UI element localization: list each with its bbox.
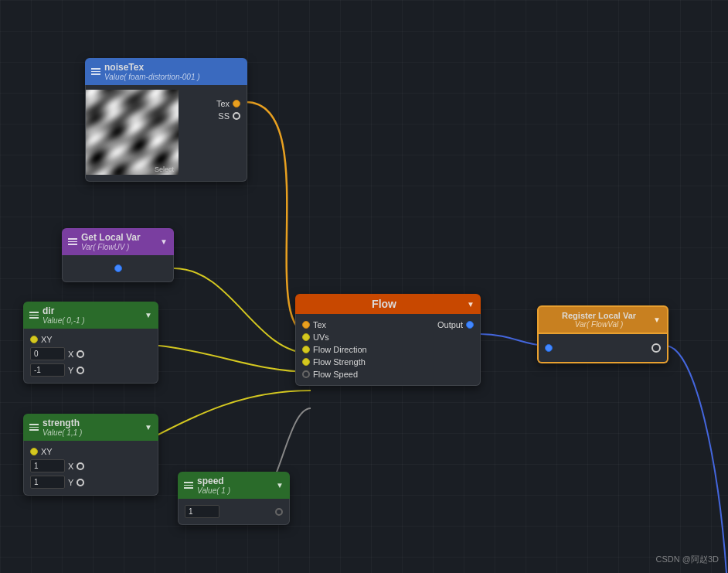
- flow-header[interactable]: Flow ▼: [295, 294, 481, 314]
- flow-speed-label: Flow Speed: [313, 370, 358, 379]
- getlocalvar-menu-icon[interactable]: [68, 238, 77, 245]
- dir-title: dir: [43, 305, 85, 316]
- noisetex-subtext: Value( foam-distortion-001 ): [104, 73, 200, 81]
- flow-dropdown-icon[interactable]: ▼: [467, 300, 475, 309]
- flow-output-pin[interactable]: [466, 321, 474, 329]
- speed-body: [178, 499, 290, 525]
- flow-speed-row: Flow Speed: [296, 368, 480, 380]
- noisetex-tex-pin[interactable]: [233, 100, 240, 107]
- register-right-pin[interactable]: [651, 343, 661, 353]
- register-pins-row: [539, 339, 667, 357]
- strength-xy-row: XY: [24, 445, 158, 458]
- flow-uvs-row: UVs: [296, 331, 480, 343]
- dir-body: XY X Y: [23, 329, 158, 384]
- dir-dropdown-icon[interactable]: ▼: [145, 311, 152, 319]
- flow-direction-label: Flow Direction: [313, 345, 367, 354]
- select-label: Select: [155, 165, 174, 173]
- noisetex-tex-label: Tex: [216, 99, 230, 108]
- flow-tex-label: Tex: [313, 320, 326, 329]
- dir-subtext: Value( 0,-1 ): [43, 316, 85, 325]
- noisetex-preview: [86, 90, 179, 175]
- register-dropdown-icon[interactable]: ▼: [653, 315, 661, 324]
- noisetex-menu-icon[interactable]: [91, 68, 100, 75]
- dir-xy-pin[interactable]: [30, 336, 38, 343]
- strength-y-row: Y: [24, 474, 158, 490]
- getlocalvar-body: [62, 255, 174, 282]
- noisetex-body: Select Tex SS: [85, 85, 247, 182]
- noisetex-ss-row: SS: [179, 110, 247, 122]
- noisetex-ss-label: SS: [218, 111, 230, 121]
- dir-xy-row: XY: [24, 333, 158, 346]
- strength-x-label: X: [68, 462, 73, 471]
- strength-x-pin[interactable]: [77, 462, 84, 470]
- flow-output-label: Output: [437, 320, 463, 329]
- register-subtext: Var( FlowVal ): [545, 320, 653, 329]
- dir-y-row: Y: [24, 362, 158, 378]
- noisetex-node: noiseTex Value( foam-distortion-001 ) Se…: [85, 58, 247, 182]
- register-body: [537, 334, 668, 363]
- dir-header[interactable]: dir Value( 0,-1 ) ▼: [23, 302, 158, 329]
- speed-menu-icon[interactable]: [184, 482, 193, 489]
- speed-dropdown-icon[interactable]: ▼: [276, 481, 284, 489]
- flow-direction-row: Flow Direction: [296, 343, 480, 356]
- speed-header[interactable]: speed Value( 1 ) ▼: [178, 472, 290, 499]
- strength-title: strength: [43, 418, 82, 428]
- speed-title: speed: [197, 476, 230, 486]
- dir-node: dir Value( 0,-1 ) ▼ XY X Y: [23, 302, 158, 384]
- dir-y-input[interactable]: [30, 363, 65, 377]
- strength-menu-icon[interactable]: [29, 424, 39, 431]
- dir-x-pin[interactable]: [77, 350, 84, 358]
- strength-dropdown-icon[interactable]: ▼: [145, 423, 152, 431]
- strength-body: XY X Y: [23, 441, 158, 496]
- strength-subtext: Value( 1,1 ): [43, 428, 82, 437]
- flow-uvs-label: UVs: [313, 333, 329, 342]
- strength-header[interactable]: strength Value( 1,1 ) ▼: [23, 414, 158, 441]
- strength-x-input[interactable]: [30, 459, 65, 472]
- flow-body: Tex Output UVs Flow Direction Flow Stren…: [295, 314, 481, 386]
- speed-output-pin[interactable]: [275, 508, 283, 516]
- flow-title: Flow: [301, 298, 467, 310]
- getlocalvar-output-pin[interactable]: [114, 264, 122, 272]
- noisetex-header[interactable]: noiseTex Value( foam-distortion-001 ): [85, 58, 247, 85]
- dir-menu-icon[interactable]: [29, 312, 39, 319]
- strength-node: strength Value( 1,1 ) ▼ XY X Y: [23, 414, 158, 496]
- dir-xy-label: XY: [41, 335, 53, 344]
- speed-subtext: Value( 1 ): [197, 486, 230, 495]
- strength-y-pin[interactable]: [77, 479, 84, 486]
- dir-x-row: X: [24, 346, 158, 362]
- getlocalvar-header[interactable]: Get Local Var Var( FlowUV ) ▼: [62, 228, 174, 255]
- noisetex-ss-pin[interactable]: [233, 112, 240, 120]
- getlocalvar-node: Get Local Var Var( FlowUV ) ▼: [62, 228, 174, 282]
- flow-strength-pin[interactable]: [302, 358, 310, 366]
- dir-x-label: X: [68, 350, 73, 359]
- flow-strength-row: Flow Strength: [296, 356, 480, 368]
- flow-node: Flow ▼ Tex Output UVs Flow Direction: [295, 294, 481, 386]
- flow-speed-pin[interactable]: [302, 370, 310, 378]
- register-left-pin[interactable]: [545, 344, 553, 352]
- strength-y-label: Y: [68, 478, 73, 487]
- getlocalvar-dropdown-icon[interactable]: ▼: [160, 237, 168, 246]
- noisetex-tex-row: Tex: [179, 97, 247, 110]
- getlocalvar-title: Get Local Var: [81, 232, 141, 243]
- watermark: CSDN @阿赵3D: [656, 554, 719, 565]
- register-title: Register Local Var: [545, 311, 653, 320]
- strength-y-input[interactable]: [30, 476, 65, 489]
- flow-strength-label: Flow Strength: [313, 357, 366, 367]
- flow-uvs-pin[interactable]: [302, 333, 310, 341]
- strength-x-row: X: [24, 458, 158, 474]
- register-header[interactable]: Register Local Var Var( FlowVal ) ▼: [537, 305, 668, 334]
- speed-node: speed Value( 1 ) ▼: [178, 472, 290, 525]
- strength-xy-label: XY: [41, 447, 53, 456]
- getlocalvar-pin-row: [63, 260, 173, 277]
- noisetex-title: noiseTex: [104, 62, 200, 73]
- flow-direction-pin[interactable]: [302, 346, 310, 353]
- flow-tex-pin[interactable]: [302, 321, 310, 329]
- dir-y-pin[interactable]: [77, 367, 84, 374]
- getlocalvar-subtext: Var( FlowUV ): [81, 243, 141, 251]
- speed-value-row: [179, 503, 289, 520]
- register-localvar-node: Register Local Var Var( FlowVal ) ▼: [537, 305, 668, 363]
- strength-xy-pin[interactable]: [30, 448, 38, 455]
- dir-x-input[interactable]: [30, 347, 65, 360]
- speed-value-input[interactable]: [185, 505, 219, 518]
- flow-tex-output-row: Tex Output: [296, 319, 480, 331]
